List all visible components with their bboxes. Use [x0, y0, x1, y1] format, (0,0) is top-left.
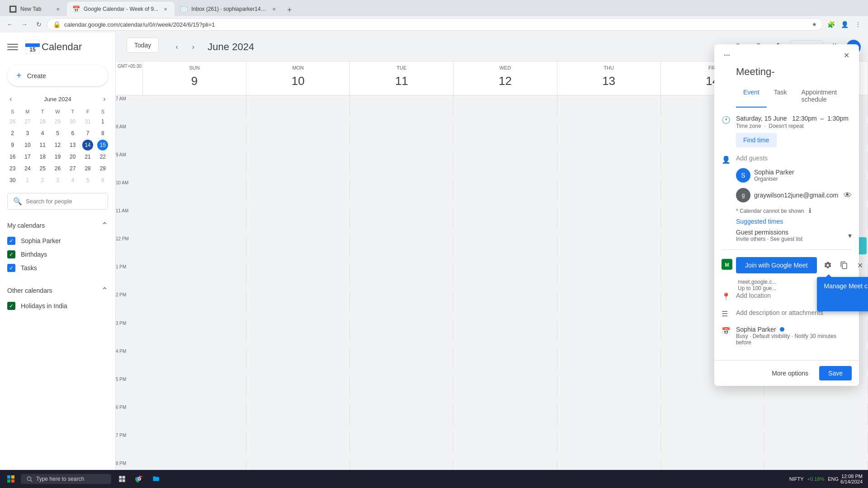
mini-cal-18[interactable]: 18 — [37, 151, 48, 162]
cell-wed-4pm[interactable] — [453, 348, 557, 370]
cell-sun-4pm[interactable] — [143, 348, 246, 370]
cell-thu-7pm[interactable] — [557, 432, 661, 454]
meet-remove-button[interactable]: ✕ — [853, 258, 868, 272]
cell-tue-8am[interactable] — [350, 123, 453, 145]
mini-cal-3[interactable]: 3 — [22, 128, 33, 139]
cell-sun-9am[interactable] — [143, 151, 246, 173]
start-button[interactable] — [2, 471, 20, 487]
mini-cal-30b[interactable]: 30 — [7, 175, 18, 186]
meet-settings-button[interactable]: Manage Meet call settings Got it — [821, 258, 835, 272]
cell-thu-5pm[interactable] — [557, 376, 661, 398]
cell-mon-2pm[interactable] — [246, 291, 350, 313]
birthdays-checkbox[interactable]: ✓ — [7, 250, 15, 258]
cell-sat-7pm[interactable] — [764, 432, 868, 454]
cell-thu-11am[interactable] — [557, 207, 661, 229]
cell-mon-7pm[interactable] — [246, 432, 350, 454]
my-calendars-title[interactable]: My calendars ⌃ — [0, 217, 115, 234]
cell-mon-9am[interactable] — [246, 151, 350, 173]
mini-cal-17[interactable]: 17 — [22, 151, 33, 162]
cell-tue-10am[interactable] — [350, 179, 453, 201]
cell-wed-7am[interactable] — [453, 95, 557, 117]
find-time-button[interactable]: Find time — [736, 133, 777, 147]
meet-copy-button[interactable] — [837, 258, 851, 272]
mini-cal-j5[interactable]: 5 — [82, 175, 93, 186]
calendar-sophia[interactable]: ✓ Sophia Parker — [0, 234, 115, 248]
tab-task[interactable]: Task — [767, 85, 794, 108]
mini-cal-6[interactable]: 6 — [67, 128, 78, 139]
cell-wed-2pm[interactable] — [453, 291, 557, 313]
extensions-button[interactable]: 🧩 — [825, 18, 837, 31]
create-button[interactable]: + Create — [7, 65, 108, 86]
cell-wed-7pm[interactable] — [453, 432, 557, 454]
mini-cal-5[interactable]: 5 — [52, 128, 63, 139]
cell-sun-5pm[interactable] — [143, 376, 246, 398]
cell-sun-10am[interactable] — [143, 179, 246, 201]
mini-cal-23[interactable]: 23 — [7, 163, 18, 174]
cell-thu-1pm[interactable] — [557, 263, 661, 285]
calendar-holidays[interactable]: ✓ Holidays in India — [0, 299, 115, 313]
cell-sun-8am[interactable] — [143, 123, 246, 145]
refresh-button[interactable]: ↻ — [33, 18, 45, 31]
search-people-input[interactable] — [26, 198, 102, 205]
cell-tue-7am[interactable] — [350, 95, 453, 117]
mini-cal-7[interactable]: 7 — [82, 128, 93, 139]
cell-mon-6pm[interactable] — [246, 404, 350, 426]
cell-tue-3pm[interactable] — [350, 320, 453, 342]
taskbar-search[interactable]: Type here to search — [21, 474, 111, 484]
cell-tue-2pm[interactable] — [350, 291, 453, 313]
mini-cal-27[interactable]: 27 — [22, 116, 33, 127]
cell-sun-12pm[interactable] — [143, 235, 246, 257]
guest-permissions-expand-icon[interactable]: ▾ — [848, 231, 852, 240]
today-button[interactable]: Today — [127, 38, 159, 53]
browser-menu-button[interactable]: ⋮ — [852, 18, 864, 31]
mini-cal-22[interactable]: 22 — [97, 151, 108, 162]
cell-thu-4pm[interactable] — [557, 348, 661, 370]
cell-tue-1pm[interactable] — [350, 263, 453, 285]
mini-cal-8[interactable]: 8 — [97, 128, 108, 139]
mini-cal-j4[interactable]: 4 — [67, 175, 78, 186]
event-date[interactable]: Saturday, 15 June 12:30pm – 1:30pm — [736, 115, 852, 122]
tasks-checkbox[interactable]: ✓ — [7, 264, 15, 272]
mini-cal-j1[interactable]: 1 — [22, 175, 33, 186]
cell-mon-8am[interactable] — [246, 123, 350, 145]
mini-cal-29[interactable]: 29 — [52, 116, 63, 127]
taskbar-task-view[interactable] — [114, 471, 130, 487]
hamburger-menu[interactable] — [7, 42, 18, 52]
cell-sun-7am[interactable] — [143, 95, 246, 117]
save-button[interactable]: Save — [819, 366, 852, 380]
info-icon[interactable]: ℹ — [809, 207, 811, 214]
mini-cal-28b[interactable]: 28 — [82, 163, 93, 174]
browser-tab-3[interactable]: ✉️ Inbox (261) · sophiaparker14o... ✕ — [175, 2, 283, 16]
cell-wed-8am[interactable] — [453, 123, 557, 145]
cell-tue-6pm[interactable] — [350, 404, 453, 426]
cell-thu-9am[interactable] — [557, 151, 661, 173]
mini-cal-21[interactable]: 21 — [82, 151, 93, 162]
mini-cal-j2[interactable]: 2 — [37, 175, 48, 186]
cell-wed-1pm[interactable] — [453, 263, 557, 285]
cell-thu-8am[interactable] — [557, 123, 661, 145]
suggested-times-link[interactable]: Suggested times — [736, 218, 852, 225]
cell-thu-12pm[interactable] — [557, 235, 661, 257]
cell-sun-11am[interactable] — [143, 207, 246, 229]
mini-cal-31[interactable]: 31 — [82, 116, 93, 127]
cell-thu-2pm[interactable] — [557, 291, 661, 313]
tab-appointment[interactable]: Appointment schedule — [794, 85, 852, 108]
cell-mon-10am[interactable] — [246, 179, 350, 201]
cell-sun-7pm[interactable] — [143, 432, 246, 454]
cell-tue-5pm[interactable] — [350, 376, 453, 398]
cell-fri-7pm[interactable] — [661, 432, 764, 454]
cell-sun-6pm[interactable] — [143, 404, 246, 426]
mini-cal-2[interactable]: 2 — [7, 128, 18, 139]
mini-cal-15[interactable]: 15 — [97, 140, 108, 150]
add-guests-input[interactable] — [736, 155, 852, 162]
cell-sat-6pm[interactable] — [764, 404, 868, 426]
mini-cal-26[interactable]: 26 — [7, 116, 18, 127]
mini-cal-14[interactable]: 14 — [82, 140, 93, 150]
cell-fri-6pm[interactable] — [661, 404, 764, 426]
cell-mon-12pm[interactable] — [246, 235, 350, 257]
forward-button[interactable]: → — [18, 18, 31, 31]
cell-mon-7am[interactable] — [246, 95, 350, 117]
cell-tue-4pm[interactable] — [350, 348, 453, 370]
cell-thu-3pm[interactable] — [557, 320, 661, 342]
cell-tue-9am[interactable] — [350, 151, 453, 173]
